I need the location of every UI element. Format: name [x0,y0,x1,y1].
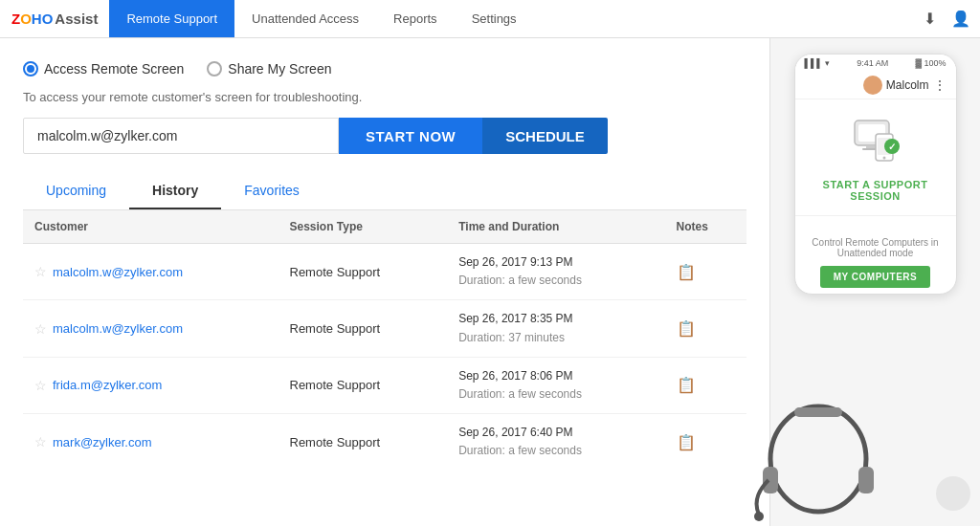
email-input[interactable] [23,118,339,154]
col-time-duration: Time and Duration [447,210,664,244]
svg-rect-11 [858,467,874,493]
radio-circle-access [23,61,38,77]
phone-time: 9:41 AM [857,58,888,68]
phone-user-name: Malcolm [886,78,929,92]
col-session-type: Session Type [278,210,448,244]
phone-signal: ▌▌▌ ▾ [805,58,831,68]
phone-battery: ▓ 100% [915,58,946,68]
start-now-button[interactable]: START NOW [339,118,482,154]
description-text: To access your remote customer's screen … [23,90,746,104]
navbar: ZOHO Assist Remote Support Unattended Ac… [0,0,980,38]
customer-cell: ☆ mark@zylker.com [23,414,278,459]
input-row: START NOW SCHEDULE [23,118,746,154]
notes-icon[interactable]: 📋 [677,320,696,337]
time-cell: Sep 26, 2017 6:40 PM Duration: a few sec… [447,414,664,459]
tab-upcoming[interactable]: Upcoming [23,173,129,209]
phone-menu-icon[interactable]: ⋮ [933,77,947,93]
main-area: Access Remote Screen Share My Screen To … [0,38,980,526]
customer-email: malcolm.w@zylker.com [53,321,183,336]
notes-cell: 📋 [665,300,746,357]
radio-label-access: Access Remote Screen [44,61,184,77]
radio-circle-share [207,61,222,77]
download-icon[interactable]: ⬇ [924,10,936,28]
nav-tabs: Remote Support Unattended Access Reports… [109,0,533,37]
support-icon-wrap: ✓ [849,113,902,169]
col-notes: Notes [665,210,746,244]
my-computers-button[interactable]: MY COMPUTERS [820,266,931,288]
customer-cell: ☆ malcolm.w@zylker.com [23,244,278,300]
tab-settings[interactable]: Settings [455,0,534,37]
scroll-indicator [936,476,970,511]
sessions-table-container: Customer Session Type Time and Duration … [23,210,746,459]
session-tab-bar: Upcoming History Favorites [23,173,746,210]
table-row: ☆ malcolm.w@zylker.com Remote Support Se… [23,244,746,300]
tab-reports[interactable]: Reports [376,0,455,37]
table-row: ☆ malcolm.w@zylker.com Remote Support Se… [23,300,746,357]
customer-email: frida.m@zylker.com [53,378,162,392]
phone-body: ✓ START A SUPPORT SESSION [795,99,956,215]
content-area: Access Remote Screen Share My Screen To … [0,38,769,526]
phone-header: Malcolm ⋮ [795,72,956,99]
tab-history[interactable]: History [129,173,221,209]
svg-point-6 [882,157,885,160]
notes-icon[interactable]: 📋 [677,434,696,450]
notes-icon[interactable]: 📋 [677,264,696,280]
customer-email: mark@zylker.com [53,435,152,449]
schedule-button[interactable]: SCHEDULE [482,118,608,154]
radio-access-remote[interactable]: Access Remote Screen [23,61,184,77]
session-type-cell: Remote Support [278,244,448,300]
time-cell: Sep 26, 2017 9:13 PM Duration: a few sec… [447,244,664,300]
tab-remote-support[interactable]: Remote Support [109,0,234,37]
remote-support-icon: ✓ [849,113,902,166]
radio-section: Access Remote Screen Share My Screen [23,61,746,77]
table-row: ☆ frida.m@zylker.com Remote Support Sep … [23,357,746,413]
user-icon[interactable]: 👤 [951,10,970,28]
notes-cell: 📋 [665,244,746,300]
star-icon[interactable]: ☆ [34,264,47,279]
phone-mockup: ▌▌▌ ▾ 9:41 AM ▓ 100% Malcolm ⋮ [794,54,957,295]
time-cell: Sep 26, 2017 8:06 PM Duration: a few sec… [447,357,664,413]
svg-point-9 [770,406,866,512]
sessions-table: Customer Session Type Time and Duration … [23,210,746,459]
star-icon[interactable]: ☆ [34,378,47,393]
session-type-cell: Remote Support [278,357,448,413]
notes-icon[interactable]: 📋 [677,377,696,393]
nav-icons: ⬇ 👤 [914,10,980,28]
right-panel: ▌▌▌ ▾ 9:41 AM ▓ 100% Malcolm ⋮ [769,38,980,526]
customer-email: malcolm.w@zylker.com [53,265,183,279]
notes-cell: 📋 [665,357,746,413]
radio-label-share: Share My Screen [228,61,331,77]
logo: ZOHO Assist [0,11,109,27]
notes-cell: 📋 [665,414,746,459]
tab-unattended-access[interactable]: Unattended Access [234,0,376,37]
table-row: ☆ mark@zylker.com Remote Support Sep 26,… [23,414,746,459]
customer-cell: ☆ frida.m@zylker.com [23,357,278,413]
logo-zoho: ZOHO [11,11,53,27]
phone-footer-text: Control Remote Computers in Unattended m… [801,237,950,258]
session-type-cell: Remote Support [278,300,448,357]
svg-rect-13 [794,407,842,417]
phone-footer: Control Remote Computers in Unattended m… [795,215,956,294]
svg-text:✓: ✓ [888,142,896,152]
avatar [863,76,882,95]
star-icon[interactable]: ☆ [34,321,47,337]
session-type-cell: Remote Support [278,414,448,459]
start-support-button[interactable]: START A SUPPORT SESSION [805,179,947,202]
col-customer: Customer [23,210,278,244]
customer-cell: ☆ malcolm.w@zylker.com [23,300,278,357]
radio-share-screen[interactable]: Share My Screen [207,61,331,77]
time-cell: Sep 26, 2017 8:35 PM Duration: 37 minute… [447,300,664,357]
phone-status-bar: ▌▌▌ ▾ 9:41 AM ▓ 100% [795,55,956,72]
logo-assist: Assist [55,11,98,27]
star-icon[interactable]: ☆ [34,434,47,449]
tab-favorites[interactable]: Favorites [221,173,323,209]
